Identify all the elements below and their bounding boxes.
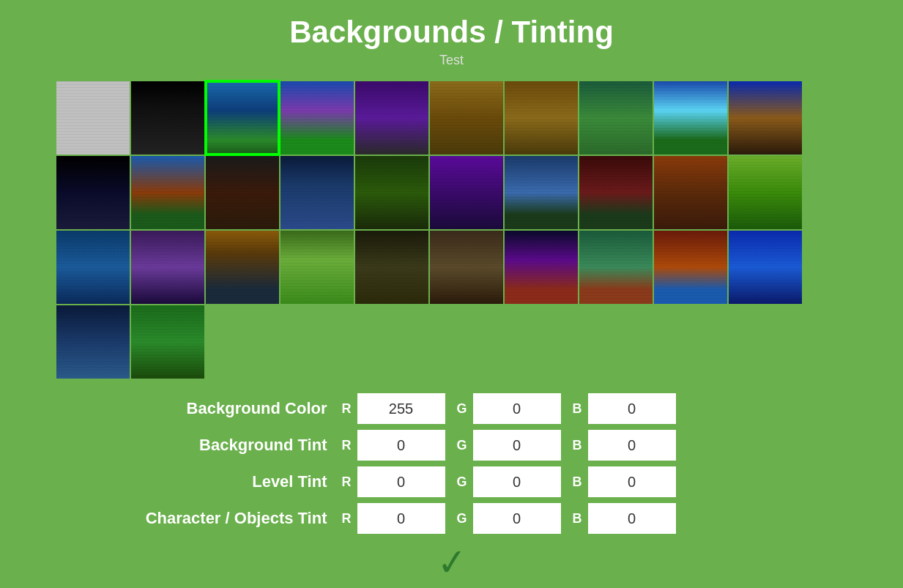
objects-tint-r-group: R	[342, 503, 445, 534]
background-tint-label: Background Tint	[93, 436, 342, 455]
thumbnail-18[interactable]	[654, 156, 727, 229]
thumbnail-17[interactable]	[579, 156, 653, 229]
thumbnail-8[interactable]	[654, 81, 727, 155]
objects-tint-b-input[interactable]	[588, 503, 676, 534]
thumbnail-7[interactable]	[579, 81, 653, 155]
thumbnail-29[interactable]	[729, 231, 802, 304]
g-letter-bg: G	[457, 401, 467, 417]
thumbnail-13[interactable]	[280, 156, 354, 229]
page-subtitle: Test	[0, 53, 903, 68]
thumbnail-25[interactable]	[430, 231, 503, 304]
objects-tint-row: Character / Objects Tint R G B	[93, 503, 811, 534]
page-title: Backgrounds / Tinting	[0, 0, 903, 53]
thumbnail-19[interactable]	[729, 156, 802, 229]
thumbnail-28[interactable]	[654, 231, 727, 304]
bg-tint-g-input[interactable]	[473, 430, 561, 461]
checkmark-container: ✓	[0, 541, 903, 584]
g-letter-bgt: G	[457, 438, 467, 453]
bg-color-b-input[interactable]	[588, 393, 676, 424]
background-color-row: Background Color R G B	[93, 393, 811, 424]
r-letter-ot: R	[342, 511, 352, 526]
bg-color-r-input[interactable]	[357, 393, 445, 424]
checkmark-icon: ✓	[434, 540, 469, 584]
background-color-label: Background Color	[93, 399, 342, 418]
thumbnail-0[interactable]	[56, 81, 130, 155]
level-tint-b-input[interactable]	[588, 466, 676, 497]
thumbnail-15[interactable]	[430, 156, 503, 229]
bg-color-b-group: B	[573, 393, 676, 424]
b-letter-bg: B	[573, 401, 582, 417]
r-letter-lt: R	[342, 475, 352, 490]
bg-color-r-group: R	[342, 393, 445, 424]
thumbnail-3[interactable]	[280, 81, 354, 155]
thumbnail-10[interactable]	[56, 156, 130, 229]
thumbnail-31[interactable]	[131, 305, 204, 379]
thumbnail-23[interactable]	[280, 231, 354, 304]
level-tint-r-group: R	[342, 466, 445, 497]
objects-tint-g-input[interactable]	[473, 503, 561, 534]
level-tint-label: Level Tint	[93, 472, 342, 491]
objects-tint-b-group: B	[573, 503, 676, 534]
level-tint-row: Level Tint R G B	[93, 466, 811, 497]
bg-tint-r-input[interactable]	[357, 430, 445, 461]
bg-tint-b-group: B	[573, 430, 676, 461]
bg-tint-g-group: G	[457, 430, 561, 461]
thumbnail-6[interactable]	[505, 81, 578, 155]
thumbnail-14[interactable]	[355, 156, 428, 229]
bg-color-g-group: G	[457, 393, 561, 424]
bg-tint-r-group: R	[342, 430, 445, 461]
thumbnail-26[interactable]	[505, 231, 578, 304]
thumbnail-12[interactable]	[206, 156, 279, 229]
controls-section: Background Color R G B Background Tint R…	[49, 393, 855, 534]
level-tint-g-input[interactable]	[473, 466, 561, 497]
thumbnail-16[interactable]	[505, 156, 578, 229]
thumbnails-grid	[20, 81, 884, 379]
bg-color-g-input[interactable]	[473, 393, 561, 424]
thumbnail-20[interactable]	[56, 231, 130, 304]
thumbnail-21[interactable]	[131, 231, 204, 304]
b-letter-ot: B	[573, 511, 582, 526]
thumbnail-22[interactable]	[206, 231, 279, 304]
bg-tint-b-input[interactable]	[588, 430, 676, 461]
b-letter-bgt: B	[573, 438, 582, 453]
b-letter-lt: B	[573, 475, 582, 490]
objects-tint-r-input[interactable]	[357, 503, 445, 534]
thumbnail-24[interactable]	[355, 231, 428, 304]
level-tint-r-input[interactable]	[357, 466, 445, 497]
objects-tint-g-group: G	[457, 503, 561, 534]
thumbnail-4[interactable]	[355, 81, 428, 155]
level-tint-g-group: G	[457, 466, 561, 497]
thumbnail-27[interactable]	[579, 231, 653, 304]
thumbnail-2[interactable]	[206, 81, 279, 155]
g-letter-lt: G	[457, 475, 467, 490]
g-letter-ot: G	[457, 511, 467, 526]
thumbnail-1[interactable]	[131, 81, 204, 155]
thumbnail-30[interactable]	[56, 305, 130, 379]
thumbnail-9[interactable]	[729, 81, 802, 155]
background-tint-row: Background Tint R G B	[93, 430, 811, 461]
thumbnail-11[interactable]	[131, 156, 204, 229]
thumbnail-5[interactable]	[430, 81, 503, 155]
r-letter-bg: R	[342, 401, 352, 417]
objects-tint-label: Character / Objects Tint	[93, 509, 342, 528]
level-tint-b-group: B	[573, 466, 676, 497]
r-letter-bgt: R	[342, 438, 352, 453]
